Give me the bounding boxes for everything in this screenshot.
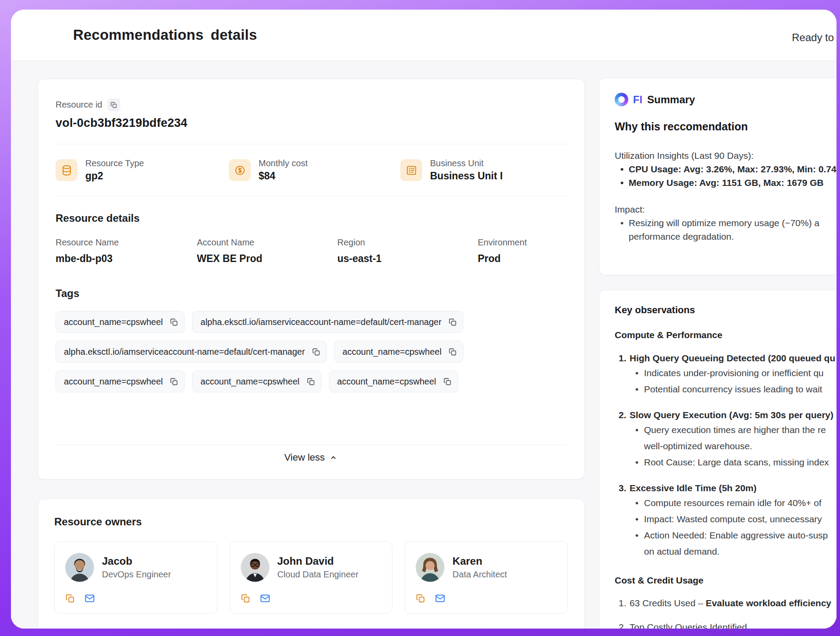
- view-less-button[interactable]: View less: [284, 452, 338, 463]
- email-owner-button[interactable]: [84, 593, 95, 604]
- cost-item-prefix: 63 Credits Used –: [630, 598, 706, 608]
- cost-item-prefix: Top Costly Queries Identified: [630, 622, 747, 629]
- cost-item-text: Top Costly Queries Identified: [630, 621, 747, 629]
- copy-tag-button[interactable]: [170, 318, 178, 326]
- copy-tag-button[interactable]: [170, 377, 178, 386]
- observation-bullet: Query execution times are higher than th…: [615, 422, 836, 438]
- item-number: 1.: [619, 352, 630, 365]
- detail-label: Environment: [478, 238, 567, 248]
- item-number: 1.: [619, 597, 630, 610]
- observation-bullet-cont: well-optimized warehouse.: [615, 438, 836, 454]
- impact-line-cont: performance degradation.: [615, 230, 836, 243]
- observation-bullet: Indicates under-provisioning or ineffici…: [615, 365, 836, 381]
- resource-details-title: Resource details: [56, 212, 567, 224]
- cost-item: 2. Top Costly Queries Identified: [619, 621, 836, 629]
- content-area: Resource id vol-0cb3bf3219bdfe234: [11, 60, 836, 629]
- chevron-up-icon: [329, 453, 338, 462]
- stat-business-unit: Business Unit Business Unit I: [400, 158, 567, 182]
- stat-monthly-cost: Monthly cost $84: [229, 158, 400, 182]
- tag-text: account_name=cpswheel: [337, 377, 436, 387]
- stat-label: Resource Type: [85, 158, 144, 168]
- owner-role: Data Architect: [452, 570, 507, 580]
- owner-name: Jacob: [102, 555, 171, 567]
- ai-summary-card: FI Summary Why this reccomendation Utili…: [599, 78, 836, 275]
- email-owner-button[interactable]: [435, 593, 445, 604]
- tag-chip: account_name=cpswheel: [192, 370, 321, 392]
- detail-value: mbe-db-p03: [56, 253, 197, 265]
- avatar-jacob: [65, 553, 94, 582]
- tag-text: alpha.eksctl.io/iamserviceaccount-name=d…: [64, 347, 305, 357]
- app-window: Recommendations details Ready to Resourc…: [11, 10, 836, 629]
- key-observations-card: Key observations Compute & Performance 1…: [599, 290, 836, 629]
- detail-value: us-east-1: [337, 253, 478, 265]
- why-recommendation-heading: Why this reccomendation: [615, 120, 836, 133]
- observation-item: 3. Excessive Idle Time (5h 20m): [619, 482, 836, 495]
- tag-text: account_name=cpswheel: [64, 317, 163, 327]
- item-number: 3.: [619, 482, 630, 495]
- stat-resource-type: Resource Type gp2: [56, 158, 229, 182]
- view-less-label: View less: [284, 452, 325, 463]
- copy-owner-button[interactable]: [416, 594, 425, 603]
- tag-text: account_name=cpswheel: [200, 377, 299, 387]
- owner-card-karen: Karen Data Architect: [405, 541, 568, 614]
- tag-text: account_name=cpswheel: [64, 377, 163, 387]
- tag-chip: account_name=cpswheel: [56, 370, 185, 392]
- summary-title: Summary: [647, 94, 695, 106]
- item-title: Slow Query Execution (Avg: 5m 30s per qu…: [630, 409, 833, 422]
- observation-bullet: Compute resources remain idle for 40%+ o…: [615, 495, 836, 511]
- fi-brand: FI: [633, 94, 642, 106]
- divider: [56, 196, 567, 196]
- observation-bullet: Potential concurrency issues leading to …: [615, 381, 836, 397]
- tag-chip: alpha.eksctl.io/iamserviceaccount-name=d…: [56, 341, 327, 363]
- tag-chip: account_name=cpswheel: [56, 311, 185, 333]
- copy-tag-button[interactable]: [443, 377, 452, 386]
- impact-label: Impact:: [615, 203, 836, 216]
- copy-tag-button[interactable]: [448, 318, 457, 326]
- copy-owner-button[interactable]: [241, 594, 250, 603]
- observation-bullet: Action Needed: Enable aggressive auto-su…: [615, 527, 836, 543]
- copy-resource-id-button[interactable]: [108, 98, 120, 111]
- tag-text: alpha.eksctl.io/iamserviceaccount-name=d…: [200, 317, 441, 327]
- detail-label: Region: [337, 238, 478, 248]
- compute-performance-heading: Compute & Performance: [615, 330, 836, 340]
- copy-tag-button[interactable]: [312, 348, 320, 356]
- resource-id-value: vol-0cb3bf3219bdfe234: [56, 116, 567, 130]
- tags-title: Tags: [56, 287, 567, 300]
- business-unit-icon: [400, 159, 422, 181]
- email-owner-button[interactable]: [260, 593, 270, 604]
- detail-value: WEX BE Prod: [197, 253, 337, 265]
- copy-tag-button[interactable]: [307, 377, 315, 386]
- stat-value: $84: [259, 170, 308, 182]
- fi-logo-icon: [615, 93, 628, 106]
- observation-bullet: Root Cause: Large data scans, missing in…: [615, 454, 836, 470]
- stat-value: Business Unit I: [430, 170, 503, 182]
- observation-item: 1. High Query Queueing Detected (200 que…: [619, 352, 836, 365]
- item-number: 2.: [619, 409, 630, 422]
- item-number: 2.: [619, 621, 630, 629]
- cost-item-bold: Evaluate workload efficiency: [706, 598, 831, 608]
- owner-card-john-david: John David Cloud Data Engineer: [230, 541, 393, 614]
- item-title: High Query Queueing Detected (200 queued…: [630, 352, 835, 365]
- owner-role: DevOps Engineer: [102, 570, 171, 580]
- header: Recommendations details Ready to: [11, 10, 836, 60]
- resource-owners-title: Resource owners: [54, 516, 568, 528]
- cpu-usage-line: CPU Usage: Avg: 3.26%, Max: 27.93%, Min:…: [615, 162, 836, 176]
- owner-name: Karen: [452, 555, 507, 567]
- copy-tag-button[interactable]: [448, 348, 457, 356]
- detail-environment: Environment Prod: [478, 238, 567, 265]
- dollar-icon: [229, 159, 251, 181]
- memory-usage-line: Memory Usage: Avg: 1151 GB, Max: 1679 GB: [615, 176, 836, 189]
- key-observations-title: Key observations: [615, 304, 836, 316]
- resource-owners-card: Resource owners Jacob DevOps Engineer: [38, 499, 584, 629]
- cost-item-text: 63 Credits Used – Evaluate workload effi…: [630, 597, 831, 610]
- detail-label: Resource Name: [56, 238, 197, 248]
- owner-name: John David: [277, 555, 359, 567]
- resource-id-label: Resource id: [56, 100, 102, 110]
- detail-resource-name: Resource Name mbe-db-p03: [56, 238, 197, 265]
- stat-value: gp2: [85, 170, 144, 182]
- copy-owner-button[interactable]: [65, 594, 75, 603]
- detail-account-name: Account Name WEX BE Prod: [197, 238, 337, 265]
- detail-region: Region us-east-1: [337, 238, 478, 265]
- copy-icon: [110, 101, 117, 108]
- cost-item: 1. 63 Credits Used – Evaluate workload e…: [619, 597, 836, 610]
